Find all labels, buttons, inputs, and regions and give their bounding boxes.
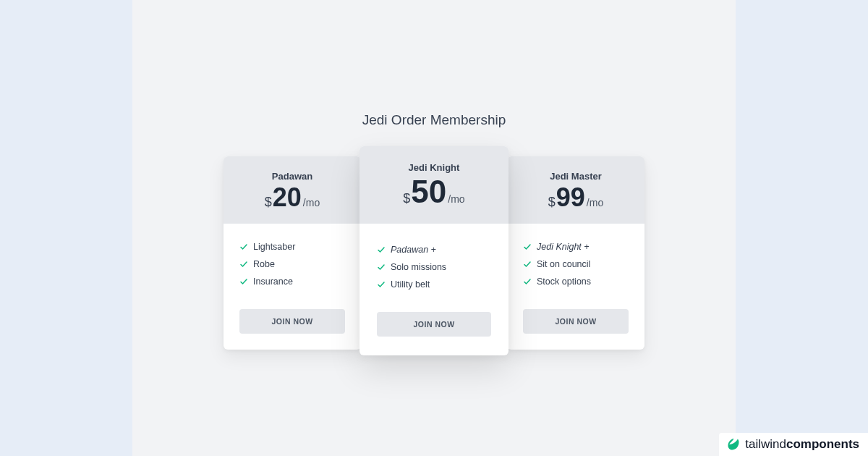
join-button[interactable]: JOIN NOW bbox=[239, 309, 345, 334]
page-title: Jedi Order Membership bbox=[132, 112, 736, 128]
check-icon bbox=[523, 242, 532, 251]
card-body: Padawan + Solo missions Utility belt JOI… bbox=[359, 224, 509, 355]
card-header: Jedi Knight $ 50 /mo bbox=[359, 146, 509, 224]
price-line: $ 50 /mo bbox=[367, 176, 501, 208]
feature-item: Padawan + bbox=[377, 241, 491, 258]
feature-item: Stock options bbox=[523, 273, 629, 290]
price-period: /mo bbox=[587, 197, 603, 208]
feature-list: Jedi Knight + Sit on council Stock optio… bbox=[523, 238, 629, 290]
join-button[interactable]: JOIN NOW bbox=[523, 309, 629, 334]
feature-text: Jedi Knight + bbox=[537, 240, 590, 254]
pricing-card-padawan: Padawan $ 20 /mo Lightsaber Robe bbox=[224, 156, 361, 350]
feature-list: Lightsaber Robe Insurance bbox=[239, 238, 345, 290]
card-header: Jedi Master $ 99 /mo bbox=[507, 156, 644, 224]
join-button[interactable]: JOIN NOW bbox=[377, 312, 491, 337]
leaf-icon bbox=[726, 437, 741, 452]
tier-name: Jedi Master bbox=[514, 171, 637, 182]
brand-word-2: components bbox=[786, 437, 859, 451]
price-value: 20 bbox=[273, 185, 302, 211]
card-body: Jedi Knight + Sit on council Stock optio… bbox=[507, 224, 644, 350]
card-header: Padawan $ 20 /mo bbox=[224, 156, 361, 224]
currency-symbol: $ bbox=[265, 195, 272, 210]
feature-item: Jedi Knight + bbox=[523, 238, 629, 256]
card-body: Lightsaber Robe Insurance JOIN NOW bbox=[224, 224, 361, 350]
feature-item: Insurance bbox=[239, 273, 345, 290]
tier-name: Padawan bbox=[231, 171, 354, 182]
price-period: /mo bbox=[448, 193, 464, 205]
price-line: $ 20 /mo bbox=[231, 185, 354, 211]
page-canvas: Jedi Order Membership Padawan $ 20 /mo L… bbox=[132, 0, 736, 456]
feature-text: Stock options bbox=[537, 274, 591, 289]
check-icon bbox=[239, 277, 248, 286]
feature-item: Solo missions bbox=[377, 258, 491, 276]
feature-text: Padawan + bbox=[391, 242, 436, 257]
feature-text: Robe bbox=[253, 257, 275, 271]
pricing-card-jedi-master: Jedi Master $ 99 /mo Jedi Knight + Sit o… bbox=[507, 156, 644, 350]
pricing-cards: Padawan $ 20 /mo Lightsaber Robe bbox=[132, 156, 736, 366]
feature-text: Utility belt bbox=[391, 277, 430, 292]
price-line: $ 99 /mo bbox=[514, 185, 637, 211]
price-value: 99 bbox=[556, 185, 585, 211]
price-value: 50 bbox=[411, 176, 446, 208]
currency-symbol: $ bbox=[548, 195, 556, 210]
brand-badge: tailwindcomponents bbox=[719, 433, 868, 456]
check-icon bbox=[239, 260, 248, 269]
brand-text: tailwindcomponents bbox=[745, 437, 859, 452]
check-icon bbox=[239, 242, 248, 251]
feature-item: Robe bbox=[239, 256, 345, 273]
feature-text: Solo missions bbox=[391, 260, 446, 274]
check-icon bbox=[523, 260, 532, 269]
feature-text: Sit on council bbox=[537, 257, 590, 271]
feature-text: Insurance bbox=[253, 274, 293, 289]
check-icon bbox=[377, 245, 386, 254]
check-icon bbox=[377, 280, 386, 289]
currency-symbol: $ bbox=[403, 191, 410, 206]
check-icon bbox=[377, 263, 386, 271]
tier-name: Jedi Knight bbox=[367, 162, 501, 173]
brand-word-1: tailwind bbox=[745, 437, 786, 451]
feature-list: Padawan + Solo missions Utility belt bbox=[377, 241, 491, 293]
price-period: /mo bbox=[303, 197, 320, 208]
feature-item: Utility belt bbox=[377, 276, 491, 293]
check-icon bbox=[523, 277, 532, 286]
feature-item: Sit on council bbox=[523, 256, 629, 273]
pricing-card-jedi-knight: Jedi Knight $ 50 /mo Padawan + Solo miss… bbox=[359, 146, 509, 355]
feature-text: Lightsaber bbox=[253, 240, 295, 254]
feature-item: Lightsaber bbox=[239, 238, 345, 256]
